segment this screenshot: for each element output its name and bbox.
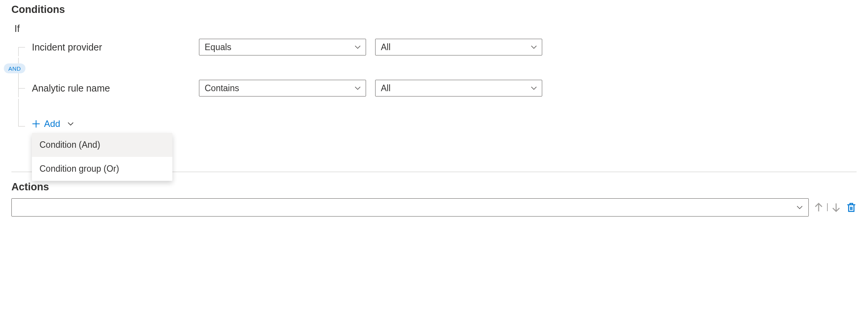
and-pill: AND	[4, 63, 25, 73]
value-dropdown[interactable]: All	[375, 80, 542, 96]
chevron-down-icon	[67, 120, 74, 127]
add-menu-item-condition-and[interactable]: Condition (And)	[32, 133, 172, 157]
tree-connector	[18, 117, 32, 135]
delete-action-button[interactable]	[846, 202, 857, 213]
and-operator-row: AND	[11, 58, 857, 79]
plus-icon	[32, 120, 40, 128]
arrow-down-icon	[831, 202, 841, 213]
move-down-button	[831, 202, 841, 213]
operator-dropdown-value: Contains	[205, 83, 239, 93]
chevron-down-icon	[796, 204, 803, 211]
condition-field-label: Analytic rule name	[32, 83, 199, 94]
tree-connector	[18, 99, 32, 117]
chevron-down-icon	[354, 85, 361, 92]
chevron-down-icon	[530, 85, 537, 92]
condition-row: Analytic rule name Contains All	[11, 79, 857, 97]
operator-dropdown[interactable]: Contains	[199, 80, 366, 96]
move-up-button	[813, 202, 824, 213]
if-label: If	[14, 23, 857, 34]
tree-connector	[18, 38, 32, 56]
value-dropdown-value: All	[381, 83, 391, 93]
condition-row: Incident provider Equals All	[11, 38, 857, 56]
tree-connector	[18, 79, 32, 97]
add-button-label: Add	[44, 119, 60, 129]
chevron-down-icon	[530, 44, 537, 51]
conditions-heading: Conditions	[11, 4, 857, 16]
value-dropdown-value: All	[381, 42, 391, 52]
trash-icon	[846, 202, 857, 213]
separator: |	[826, 202, 829, 212]
value-dropdown[interactable]: All	[375, 39, 542, 55]
actions-row: |	[11, 198, 857, 217]
operator-dropdown[interactable]: Equals	[199, 39, 366, 55]
action-dropdown[interactable]	[11, 198, 809, 217]
add-menu-item-condition-group-or[interactable]: Condition group (Or)	[32, 157, 172, 181]
arrow-up-icon	[813, 202, 824, 213]
operator-dropdown-value: Equals	[205, 42, 231, 52]
add-condition-button[interactable]: Add	[32, 117, 74, 131]
chevron-down-icon	[354, 44, 361, 51]
add-condition-menu: Condition (And) Condition group (Or)	[32, 133, 172, 181]
tree-spacer	[11, 99, 857, 117]
actions-heading: Actions	[11, 181, 857, 193]
condition-field-label: Incident provider	[32, 42, 199, 53]
add-condition-row: Add Condition (And) Condition group (Or)	[11, 117, 857, 135]
